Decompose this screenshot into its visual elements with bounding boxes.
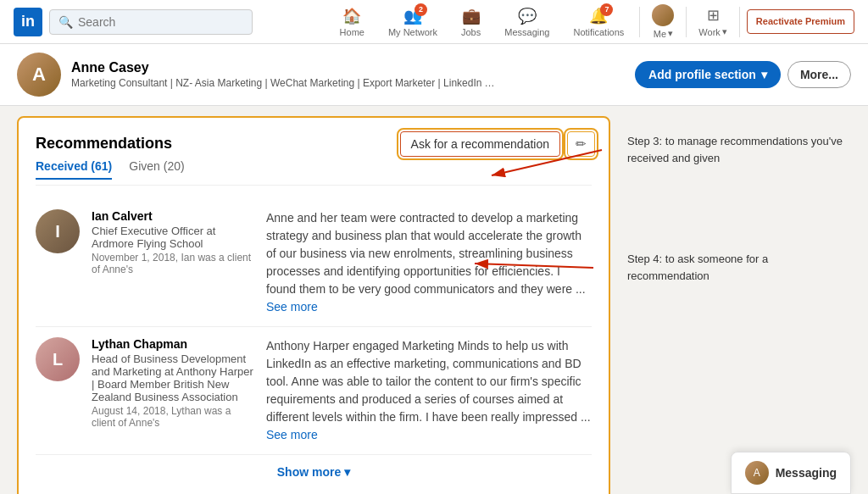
more-button[interactable]: More... <box>787 61 851 88</box>
me-label: Me▾ <box>654 28 673 39</box>
nav-divider <box>639 7 640 37</box>
profile-header: A Anne Casey Marketing Consultant | NZ- … <box>0 44 868 106</box>
nav-item-me[interactable]: Me▾ <box>643 0 682 46</box>
rec-date-lythan: August 14, 2018, Lythan was a client of … <box>92 405 254 429</box>
svg-line-2 <box>475 264 593 268</box>
main-content: Recommendations Ask for a recommendation… <box>0 106 868 494</box>
annotation-text-step3: Step 3: to manage recommendations you've… <box>627 133 848 166</box>
reactivate-premium-button[interactable]: Reactivate Premium <box>747 9 854 33</box>
messaging-bubble-label: Messaging <box>776 466 837 480</box>
annotation-step4: Step 4: to ask someone for a recommendat… <box>627 251 848 284</box>
nav-divider-3 <box>739 7 740 37</box>
me-avatar <box>652 4 674 26</box>
search-bar: 🔍 <box>49 9 253 35</box>
profile-text: Anne Casey Marketing Consultant | NZ- As… <box>71 60 495 89</box>
network-icon: 👥 2 <box>403 7 422 25</box>
tab-given[interactable]: Given (20) <box>129 159 184 180</box>
rec-info-lythan: Lythan Chapman Head of Business Developm… <box>92 337 254 444</box>
messaging-bubble-avatar: A <box>745 461 769 485</box>
annotation-text-step4: Step 4: to ask someone for a recommendat… <box>627 251 848 284</box>
rec-avatar-ian: I <box>36 209 80 253</box>
arrow-step4 <box>458 259 627 310</box>
show-more-container: Show more ▾ <box>36 454 592 482</box>
nav-item-notifications[interactable]: 🔔 7 Notifications <box>561 0 636 44</box>
see-more-ian[interactable]: See more <box>266 300 318 314</box>
navbar: in 🔍 🏠 Home 👥 2 My Network 💼 Jobs 💬 Mess… <box>0 0 868 44</box>
rec-title-lythan: Head of Business Development and Marketi… <box>92 352 254 403</box>
add-profile-section-button[interactable]: Add profile section ▾ <box>635 61 781 88</box>
messaging-bubble[interactable]: A Messaging <box>731 452 851 494</box>
notifications-badge: 7 <box>600 3 613 16</box>
messaging-icon: 💬 <box>518 7 537 25</box>
profile-info: A Anne Casey Marketing Consultant | NZ- … <box>17 53 495 97</box>
work-chevron-icon: ▾ <box>722 26 727 37</box>
grid-icon: ⊞ <box>707 6 720 25</box>
show-more-chevron-icon: ▾ <box>344 465 350 479</box>
nav-divider-2 <box>686 7 687 37</box>
rec-info-ian: Ian Calvert Chief Executive Officer at A… <box>92 209 254 316</box>
rec-date-ian: November 1, 2018, Ian was a client of An… <box>92 252 254 275</box>
nav-item-messaging[interactable]: 💬 Messaging <box>492 0 561 44</box>
svg-line-0 <box>492 150 602 175</box>
notifications-icon: 🔔 7 <box>589 7 608 25</box>
rec-text-lythan: Anthony Harper engaged Marketing Minds t… <box>266 337 592 444</box>
tab-received[interactable]: Received (61) <box>36 159 112 180</box>
recommendation-item-2: L Lythan Chapman Head of Business Develo… <box>36 327 592 454</box>
annotation-step3: Step 3: to manage recommendations you've… <box>627 133 848 166</box>
profile-actions: Add profile section ▾ More... <box>635 61 851 88</box>
nav-item-jobs[interactable]: 💼 Jobs <box>449 0 492 44</box>
nav-item-network[interactable]: 👥 2 My Network <box>376 0 449 44</box>
nav-item-home[interactable]: 🏠 Home <box>328 0 376 44</box>
nav-items: 🏠 Home 👥 2 My Network 💼 Jobs 💬 Messaging… <box>328 0 854 46</box>
rec-name-ian[interactable]: Ian Calvert <box>92 209 254 223</box>
nav-item-work[interactable]: ⊞ Work▾ <box>690 0 735 44</box>
annotations-panel: Step 3: to manage recommendations you've… <box>610 116 848 494</box>
network-badge: 2 <box>415 3 427 16</box>
add-section-chevron-icon: ▾ <box>761 68 767 81</box>
arrow-step3 <box>475 142 644 192</box>
rec-avatar-lythan: L <box>36 337 80 381</box>
search-input[interactable] <box>78 15 243 29</box>
rec-name-lythan[interactable]: Lythan Chapman <box>92 337 254 351</box>
me-chevron-icon: ▾ <box>668 28 673 39</box>
linkedin-logo[interactable]: in <box>14 8 42 36</box>
work-label: Work▾ <box>698 26 726 37</box>
profile-name: Anne Casey <box>71 60 495 75</box>
jobs-icon: 💼 <box>462 7 481 25</box>
search-icon: 🔍 <box>58 15 73 29</box>
rec-title-ian: Chief Executive Officer at Ardmore Flyin… <box>92 225 254 250</box>
home-icon: 🏠 <box>342 7 361 25</box>
profile-avatar: A <box>17 53 61 97</box>
profile-headline: Marketing Consultant | NZ- Asia Marketin… <box>71 77 495 89</box>
show-more-button[interactable]: Show more ▾ <box>277 465 350 479</box>
see-more-lythan[interactable]: See more <box>266 428 318 441</box>
